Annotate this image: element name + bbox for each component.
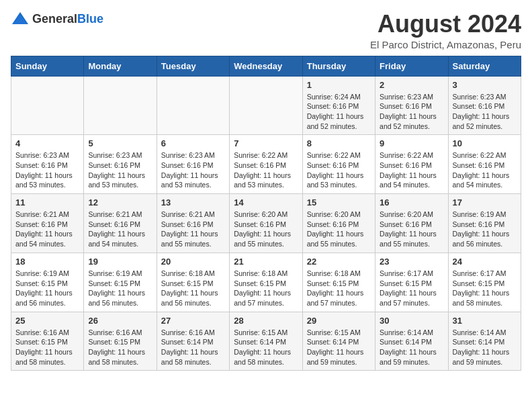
calendar-cell: 5Sunrise: 6:23 AM Sunset: 6:16 PM Daylig…	[84, 135, 157, 194]
subtitle: El Parco District, Amazonas, Peru	[370, 39, 521, 50]
calendar-cell: 11Sunrise: 6:21 AM Sunset: 6:16 PM Dayli…	[11, 194, 84, 253]
day-info: Sunrise: 6:22 AM Sunset: 6:16 PM Dayligh…	[380, 150, 443, 190]
calendar-cell: 19Sunrise: 6:19 AM Sunset: 6:15 PM Dayli…	[84, 253, 157, 312]
calendar-cell	[157, 76, 229, 135]
day-info: Sunrise: 6:20 AM Sunset: 6:16 PM Dayligh…	[307, 210, 371, 249]
day-number: 3	[453, 80, 517, 90]
day-number: 26	[88, 316, 152, 326]
calendar-cell: 23Sunrise: 6:17 AM Sunset: 6:15 PM Dayli…	[375, 253, 448, 312]
day-info: Sunrise: 6:19 AM Sunset: 6:16 PM Dayligh…	[453, 210, 517, 249]
calendar-cell: 22Sunrise: 6:18 AM Sunset: 6:15 PM Dayli…	[302, 253, 375, 312]
calendar-table: SundayMondayTuesdayWednesdayThursdayFrid…	[11, 56, 521, 371]
calendar-cell: 31Sunrise: 6:14 AM Sunset: 6:14 PM Dayli…	[448, 312, 521, 371]
header-cell-sunday: Sunday	[11, 56, 84, 76]
calendar-header: SundayMondayTuesdayWednesdayThursdayFrid…	[11, 56, 521, 76]
day-info: Sunrise: 6:21 AM Sunset: 6:16 PM Dayligh…	[15, 210, 79, 249]
day-info: Sunrise: 6:22 AM Sunset: 6:16 PM Dayligh…	[234, 150, 298, 190]
day-number: 25	[15, 316, 79, 326]
day-number: 31	[453, 316, 517, 326]
day-number: 8	[307, 138, 371, 148]
week-row-5: 25Sunrise: 6:16 AM Sunset: 6:15 PM Dayli…	[11, 312, 521, 371]
calendar-cell: 9Sunrise: 6:22 AM Sunset: 6:16 PM Daylig…	[375, 135, 448, 194]
calendar-cell: 7Sunrise: 6:22 AM Sunset: 6:16 PM Daylig…	[230, 135, 302, 194]
calendar-cell: 8Sunrise: 6:22 AM Sunset: 6:16 PM Daylig…	[302, 135, 375, 194]
calendar-cell: 2Sunrise: 6:23 AM Sunset: 6:16 PM Daylig…	[375, 76, 448, 135]
calendar-cell: 26Sunrise: 6:16 AM Sunset: 6:15 PM Dayli…	[84, 312, 157, 371]
calendar-cell: 20Sunrise: 6:18 AM Sunset: 6:15 PM Dayli…	[157, 253, 229, 312]
day-info: Sunrise: 6:20 AM Sunset: 6:16 PM Dayligh…	[380, 210, 443, 249]
day-number: 1	[307, 80, 371, 90]
day-info: Sunrise: 6:22 AM Sunset: 6:16 PM Dayligh…	[307, 150, 371, 190]
calendar-cell: 4Sunrise: 6:23 AM Sunset: 6:16 PM Daylig…	[11, 135, 84, 194]
logo-text-blue: Blue	[77, 12, 103, 26]
day-number: 19	[88, 257, 152, 267]
day-number: 20	[161, 257, 225, 267]
day-info: Sunrise: 6:18 AM Sunset: 6:15 PM Dayligh…	[307, 269, 371, 308]
calendar-cell: 18Sunrise: 6:19 AM Sunset: 6:15 PM Dayli…	[11, 253, 84, 312]
day-info: Sunrise: 6:16 AM Sunset: 6:15 PM Dayligh…	[15, 328, 79, 367]
week-row-1: 1Sunrise: 6:24 AM Sunset: 6:16 PM Daylig…	[11, 76, 521, 135]
calendar-cell: 28Sunrise: 6:15 AM Sunset: 6:14 PM Dayli…	[230, 312, 302, 371]
calendar-cell: 15Sunrise: 6:20 AM Sunset: 6:16 PM Dayli…	[302, 194, 375, 253]
calendar-cell: 12Sunrise: 6:21 AM Sunset: 6:16 PM Dayli…	[84, 194, 157, 253]
calendar-cell: 1Sunrise: 6:24 AM Sunset: 6:16 PM Daylig…	[302, 76, 375, 135]
day-number: 4	[15, 138, 79, 148]
header-cell-friday: Friday	[375, 56, 448, 76]
day-info: Sunrise: 6:17 AM Sunset: 6:15 PM Dayligh…	[453, 269, 517, 308]
day-number: 28	[234, 316, 298, 326]
logo-icon	[11, 11, 30, 27]
day-info: Sunrise: 6:22 AM Sunset: 6:16 PM Dayligh…	[453, 150, 517, 190]
day-number: 7	[234, 138, 298, 148]
calendar-cell: 14Sunrise: 6:20 AM Sunset: 6:16 PM Dayli…	[230, 194, 302, 253]
day-info: Sunrise: 6:16 AM Sunset: 6:14 PM Dayligh…	[161, 328, 225, 367]
day-number: 13	[161, 197, 225, 208]
logo-text-general: General	[32, 12, 77, 26]
day-number: 12	[88, 197, 152, 208]
day-info: Sunrise: 6:16 AM Sunset: 6:15 PM Dayligh…	[88, 328, 152, 367]
day-number: 16	[380, 197, 443, 208]
calendar-cell: 3Sunrise: 6:23 AM Sunset: 6:16 PM Daylig…	[448, 76, 521, 135]
calendar-cell	[230, 76, 302, 135]
day-info: Sunrise: 6:14 AM Sunset: 6:14 PM Dayligh…	[453, 328, 517, 367]
day-number: 2	[380, 80, 443, 90]
day-number: 17	[453, 197, 517, 208]
week-row-4: 18Sunrise: 6:19 AM Sunset: 6:15 PM Dayli…	[11, 253, 521, 312]
day-number: 10	[453, 138, 517, 148]
day-info: Sunrise: 6:23 AM Sunset: 6:16 PM Dayligh…	[453, 92, 517, 132]
calendar-cell: 17Sunrise: 6:19 AM Sunset: 6:16 PM Dayli…	[448, 194, 521, 253]
day-number: 30	[380, 316, 443, 326]
day-number: 11	[15, 197, 79, 208]
day-number: 14	[234, 197, 298, 208]
day-info: Sunrise: 6:18 AM Sunset: 6:15 PM Dayligh…	[234, 269, 298, 308]
calendar-cell: 29Sunrise: 6:15 AM Sunset: 6:14 PM Dayli…	[302, 312, 375, 371]
calendar-cell	[11, 76, 84, 135]
calendar-cell: 21Sunrise: 6:18 AM Sunset: 6:15 PM Dayli…	[230, 253, 302, 312]
day-number: 9	[380, 138, 443, 148]
calendar-cell: 30Sunrise: 6:14 AM Sunset: 6:14 PM Dayli…	[375, 312, 448, 371]
title-area: August 2024 El Parco District, Amazonas,…	[370, 11, 521, 50]
header-cell-saturday: Saturday	[448, 56, 521, 76]
header-row: SundayMondayTuesdayWednesdayThursdayFrid…	[11, 56, 521, 76]
calendar-cell: 13Sunrise: 6:21 AM Sunset: 6:16 PM Dayli…	[157, 194, 229, 253]
day-info: Sunrise: 6:23 AM Sunset: 6:16 PM Dayligh…	[161, 150, 225, 190]
header-cell-tuesday: Tuesday	[157, 56, 229, 76]
day-number: 5	[88, 138, 152, 148]
day-number: 29	[307, 316, 371, 326]
day-info: Sunrise: 6:15 AM Sunset: 6:14 PM Dayligh…	[307, 328, 371, 367]
main-title: August 2024	[370, 11, 521, 38]
day-info: Sunrise: 6:18 AM Sunset: 6:15 PM Dayligh…	[161, 269, 225, 308]
day-info: Sunrise: 6:23 AM Sunset: 6:16 PM Dayligh…	[88, 150, 152, 190]
day-info: Sunrise: 6:21 AM Sunset: 6:16 PM Dayligh…	[88, 210, 152, 249]
day-info: Sunrise: 6:14 AM Sunset: 6:14 PM Dayligh…	[380, 328, 443, 367]
calendar-body: 1Sunrise: 6:24 AM Sunset: 6:16 PM Daylig…	[11, 76, 521, 371]
day-number: 6	[161, 138, 225, 148]
calendar-cell: 24Sunrise: 6:17 AM Sunset: 6:15 PM Dayli…	[448, 253, 521, 312]
day-info: Sunrise: 6:23 AM Sunset: 6:16 PM Dayligh…	[15, 150, 79, 190]
day-number: 22	[307, 257, 371, 267]
day-info: Sunrise: 6:19 AM Sunset: 6:15 PM Dayligh…	[88, 269, 152, 308]
calendar-cell: 10Sunrise: 6:22 AM Sunset: 6:16 PM Dayli…	[448, 135, 521, 194]
calendar-cell	[84, 76, 157, 135]
calendar-cell: 16Sunrise: 6:20 AM Sunset: 6:16 PM Dayli…	[375, 194, 448, 253]
day-number: 24	[453, 257, 517, 267]
day-info: Sunrise: 6:21 AM Sunset: 6:16 PM Dayligh…	[161, 210, 225, 249]
